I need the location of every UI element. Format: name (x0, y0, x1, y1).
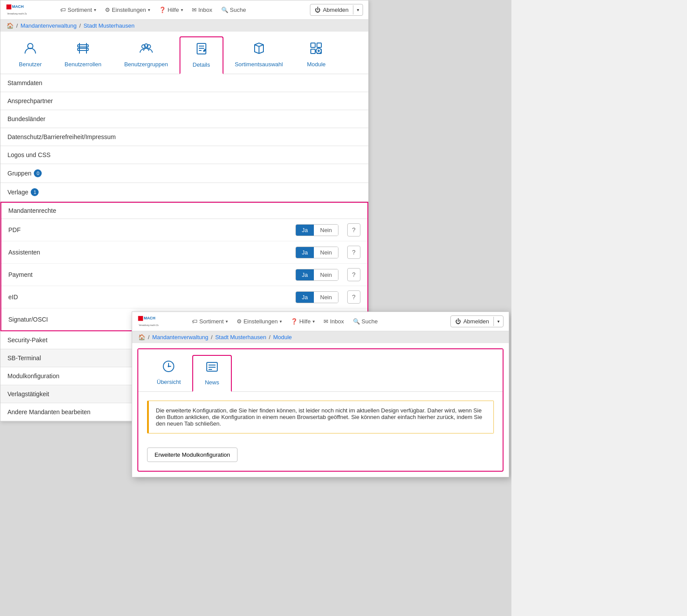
chevron-icon-4: ▾ (313, 319, 315, 324)
toggle-btn-eid[interactable]: Ja Nein (295, 291, 338, 303)
navbar-right-1: ⏻ Abmelden ▾ (310, 4, 363, 16)
help-btn-payment[interactable]: ? (347, 268, 360, 281)
breadcrumb-1: 🏠 / Mandantenverwaltung / Stadt Musterha… (0, 20, 368, 32)
module-tabs: Übersicht News (138, 349, 503, 392)
navbar-items-1: 🏷 Sortiment ▾ ⚙ Einstellungen ▾ ❓ Hilfe … (57, 5, 303, 15)
tab-benutzerrollen[interactable]: Benutzerrollen (53, 36, 113, 74)
section-rows: Stammdaten Ansprechpartner Bundesländer … (0, 74, 368, 202)
abmelden-main[interactable]: ⏻ Abmelden (310, 4, 353, 15)
inbox-icon: ✉ (192, 7, 197, 13)
breadcrumb2-module[interactable]: Module (273, 334, 292, 340)
help-btn-pdf[interactable]: ? (347, 223, 360, 236)
module-tab-container: Übersicht News Die erweiterte Konfigurat… (137, 348, 504, 472)
navbar2-sortiment[interactable]: 🏷 Sortiment ▾ (188, 316, 231, 326)
search-icon-2: 🔍 (353, 318, 360, 325)
navbar-einstellungen[interactable]: ⚙ Einstellungen ▾ (101, 5, 154, 15)
navbar-right-2: ⏻ Abmelden ▾ (450, 315, 504, 327)
toggle-btn-payment[interactable]: Ja Nein (295, 269, 338, 281)
row-stammdaten[interactable]: Stammdaten (0, 74, 368, 92)
chevron-icon-2: ▾ (226, 319, 228, 324)
row-ansprechpartner[interactable]: Ansprechpartner (0, 92, 368, 110)
toggle-eid[interactable]: Ja Nein ? (295, 290, 360, 304)
navbar-items-2: 🏷 Sortiment ▾ ⚙ Einstellungen ▾ ❓ Hilfe … (188, 316, 443, 326)
navbar-1: MACH Verwaltung macht Zukunft 🏷 Sortimen… (0, 0, 368, 20)
toggle-btn-pdf[interactable]: Ja Nein (295, 224, 338, 236)
gear-icon: ⚙ (105, 7, 110, 13)
tab-uebersicht[interactable]: Übersicht (145, 355, 192, 391)
navbar-inbox[interactable]: ✉ Inbox (188, 5, 216, 15)
window-module: MACH Verwaltung macht Zukunft 🏷 Sortimen… (132, 312, 509, 477)
help-btn-eid[interactable]: ? (347, 290, 360, 304)
tabs-1: Benutzer Benutzerrollen Benutzergruppen … (0, 32, 368, 74)
erweiterte-modulkonfiguration-button[interactable]: Erweiterte Modulkonfiguration (147, 448, 237, 462)
power-icon: ⏻ (315, 7, 320, 13)
tab-details[interactable]: Details (180, 36, 223, 74)
right-row-payment: Payment Ja Nein ? (1, 264, 367, 286)
tab-benutzer[interactable]: Benutzer (7, 36, 53, 74)
inbox-icon-2: ✉ (324, 318, 328, 325)
details-icon (194, 42, 209, 59)
gruppen-badge: 0 (34, 169, 42, 177)
navbar-suche[interactable]: 🔍 Suche (218, 5, 250, 15)
row-logos[interactable]: Logos und CSS (0, 146, 368, 164)
tag-icon: 🏷 (60, 7, 66, 13)
logo[interactable]: MACH Verwaltung macht Zukunft (6, 3, 50, 17)
tab-module[interactable]: Module (294, 36, 338, 74)
right-row-pdf: PDF Ja Nein ? (1, 219, 367, 241)
row-verlage[interactable]: Verlage 1 (0, 183, 368, 202)
svg-rect-18 (317, 43, 321, 47)
row-gruppen[interactable]: Gruppen 0 (0, 164, 368, 183)
navbar-hilfe[interactable]: ❓ Hilfe ▾ (155, 5, 187, 15)
help-btn-assistenten[interactable]: ? (347, 246, 360, 259)
tag-icon-2: 🏷 (192, 318, 198, 325)
overview-icon (162, 360, 175, 376)
svg-text:Verwaltung macht Zukunft: Verwaltung macht Zukunft (139, 324, 158, 326)
toggle-payment[interactable]: Ja Nein ? (295, 268, 360, 281)
row-bundeslaender[interactable]: Bundesländer (0, 110, 368, 128)
svg-text:MACH: MACH (12, 4, 23, 9)
tab-news[interactable]: News (192, 355, 232, 392)
abmelden-dropdown-arrow[interactable]: ▾ (353, 5, 363, 14)
groups-icon (139, 41, 153, 58)
navbar2-einstellungen[interactable]: ⚙ Einstellungen ▾ (233, 316, 285, 326)
chevron-down-icon: ▾ (148, 7, 150, 12)
navbar-sortiment[interactable]: 🏷 Sortiment ▾ (57, 5, 100, 15)
sort-icon (252, 41, 266, 58)
verlage-badge: 1 (31, 188, 39, 196)
toggle-pdf[interactable]: Ja Nein ? (295, 223, 360, 236)
row-datenschutz[interactable]: Datenschutz/Barrierefreiheit/Impressum (0, 128, 368, 146)
home-icon-2[interactable]: 🏠 (138, 334, 145, 340)
roles-icon (76, 41, 90, 58)
svg-point-29 (168, 365, 169, 367)
right-row-assistenten: Assistenten Ja Nein ? (1, 241, 367, 264)
toggle-btn-assistenten[interactable]: Ja Nein (295, 247, 338, 258)
navbar2-hilfe[interactable]: ❓ Hilfe ▾ (287, 316, 318, 326)
logo-2[interactable]: MACH Verwaltung macht Zukunft (137, 315, 181, 329)
breadcrumb2-mandantenverwaltung[interactable]: Mandantenverwaltung (152, 334, 209, 340)
navbar-2: MACH Verwaltung macht Zukunft 🏷 Sortimen… (132, 312, 509, 331)
abmelden-button-2[interactable]: ⏻ Abmelden ▾ (450, 315, 504, 327)
abmelden-button[interactable]: ⏻ Abmelden ▾ (310, 4, 363, 16)
info-box: Die erweiterte Konfiguration, die Sie hi… (147, 401, 494, 433)
breadcrumb-mandantenverwaltung[interactable]: Mandantenverwaltung (21, 22, 77, 29)
power-icon-2: ⏻ (455, 318, 461, 325)
chevron-icon-3: ▾ (280, 319, 282, 324)
svg-text:MACH: MACH (144, 316, 155, 320)
breadcrumb-2: 🏠 / Mandantenverwaltung / Stadt Musterha… (132, 331, 509, 343)
svg-rect-17 (311, 43, 315, 47)
home-icon[interactable]: 🏠 (7, 22, 14, 29)
tab-benutzergruppen[interactable]: Benutzergruppen (113, 36, 180, 74)
breadcrumb2-musterhausen[interactable]: Stadt Musterhausen (215, 334, 266, 340)
abmelden-dropdown-2[interactable]: ▾ (493, 317, 503, 326)
svg-rect-25 (138, 316, 143, 321)
svg-text:Verwaltung macht Zukunft: Verwaltung macht Zukunft (7, 12, 27, 14)
toggle-assistenten[interactable]: Ja Nein ? (295, 246, 360, 259)
help-circle-icon-2: ❓ (291, 318, 298, 325)
chevron-down-icon: ▾ (94, 7, 96, 12)
tab-sortimentsauswahl[interactable]: Sortimentsauswahl (223, 36, 295, 74)
navbar2-suche[interactable]: 🔍 Suche (349, 316, 381, 326)
navbar2-inbox[interactable]: ✉ Inbox (320, 316, 348, 326)
breadcrumb-musterhausen[interactable]: Stadt Musterhausen (83, 22, 134, 29)
user-icon (23, 41, 37, 58)
mandantenrechte-header: Mandantenrechte (1, 203, 367, 219)
